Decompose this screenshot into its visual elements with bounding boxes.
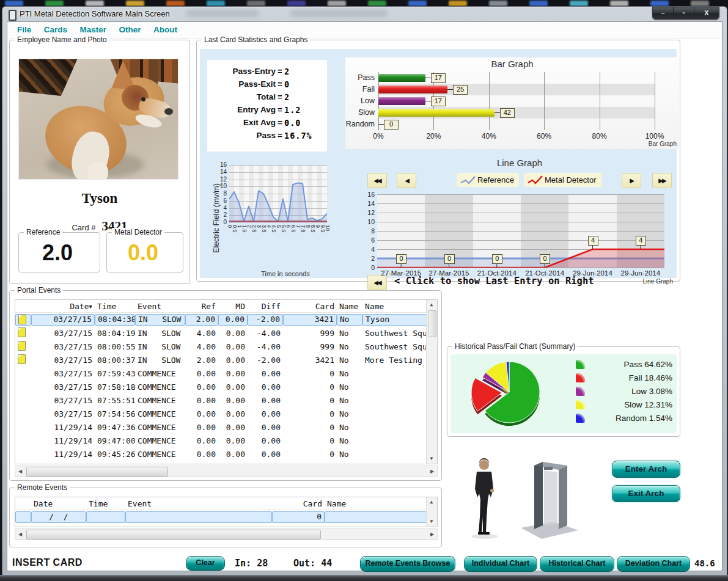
portal-vertical-scrollbar[interactable]: ▲ ▼ bbox=[426, 300, 437, 464]
remote-vertical-scrollbar[interactable]: ▲ ▼ bbox=[426, 497, 437, 527]
line-graph: Line Graph ◀◀ ◀ Reference Metal Detector… bbox=[360, 158, 679, 288]
electric-field-xtick: 10 bbox=[325, 225, 331, 231]
bar-xtick-label: 40% bbox=[474, 132, 504, 141]
column-header[interactable]: Ref bbox=[185, 302, 218, 311]
menu-other[interactable]: Other bbox=[119, 25, 141, 34]
pie-legend-item: Random 1.54% bbox=[576, 412, 672, 425]
bar-xtick-label: 100% bbox=[639, 132, 670, 141]
reference-box: Reference 2.0 bbox=[18, 232, 100, 272]
portal-event-row[interactable]: 11/29/1409:47:00COMMENCE0.000.000.000No bbox=[15, 434, 437, 447]
menu-cards[interactable]: Cards bbox=[44, 25, 67, 34]
stats-panel-inner: Pass-Entry=2Pass-Exit=0Total=2Entry Avg=… bbox=[200, 49, 677, 278]
remote-events-browse-button[interactable]: Remote Events Browse bbox=[360, 556, 455, 572]
bar-category-label: Random bbox=[338, 119, 375, 130]
exit-arch-button[interactable]: Exit Arch bbox=[612, 485, 680, 502]
taskbar-icon bbox=[529, 1, 548, 6]
menu-bar: File Cards Master Other About bbox=[7, 22, 722, 38]
metal-detector-value: 0.0 bbox=[107, 240, 179, 266]
metal-detector-box: Metal Detector 0.0 bbox=[106, 232, 183, 272]
line-graph-hint-text: < Click to show Last Entry on Right bbox=[394, 276, 594, 287]
pie-legend-item: Slow 12.31% bbox=[576, 398, 672, 411]
menu-file[interactable]: File bbox=[17, 25, 31, 34]
line-graph-ytick: 4 bbox=[362, 246, 375, 253]
column-header[interactable]: MD bbox=[218, 302, 248, 311]
column-header[interactable]: Name bbox=[362, 302, 427, 311]
line-graph-ytick: 10 bbox=[362, 218, 375, 225]
man-figure bbox=[465, 457, 507, 540]
legend-metal-detector-label: Metal Detector bbox=[545, 175, 597, 185]
bar-category-label: Slow bbox=[338, 107, 375, 119]
column-header[interactable]: Event bbox=[125, 499, 272, 508]
pie-wedge-icon bbox=[576, 400, 585, 409]
individual-chart-button[interactable]: Individual Chart bbox=[464, 556, 537, 572]
pie-legend-item: Pass 64.62% bbox=[576, 358, 672, 371]
historical-panel-title: Historical Pass/Fail Chart (Summary) bbox=[452, 342, 578, 351]
stat-line: Pass=16.7% bbox=[207, 129, 323, 142]
window-bottom-edge bbox=[0, 575, 728, 581]
portal-event-row[interactable]: 03/27/1508:00:37IN SLOW2.000.00-2.003421… bbox=[15, 353, 437, 367]
title-bar[interactable]: PTI Metal Detection Software Main Screen… bbox=[2, 7, 727, 21]
employee-panel: Employee Name and Photo bbox=[9, 40, 190, 284]
enter-arch-button[interactable]: Enter Arch bbox=[612, 461, 680, 478]
column-header[interactable]: Event bbox=[135, 302, 185, 311]
column-header[interactable]: Diff bbox=[248, 302, 283, 311]
pie-legend-item: Fail 18.46% bbox=[576, 371, 672, 384]
column-header[interactable]: Date▼ bbox=[31, 302, 95, 311]
menu-master[interactable]: Master bbox=[79, 25, 106, 34]
in-count: In: 28 bbox=[235, 558, 268, 569]
line-graph-first-button[interactable]: ◀◀ bbox=[367, 173, 387, 188]
portal-event-row[interactable]: 03/27/1507:55:51COMMENCE0.000.000.000No bbox=[15, 393, 437, 407]
close-button[interactable]: X bbox=[694, 7, 719, 19]
pass-fail-pie-chart bbox=[455, 356, 565, 433]
bar-xtick-label: 0% bbox=[363, 132, 394, 141]
bar-graph-caption: Bar Graph bbox=[649, 141, 677, 147]
line-graph-ytick: 2 bbox=[362, 255, 375, 262]
remote-horizontal-scrollbar[interactable]: ◀ ▶ bbox=[15, 528, 438, 540]
portal-event-row-header: Date▼TimeEventRefMDDiffCardNameName bbox=[15, 300, 437, 313]
column-header[interactable]: Card bbox=[272, 499, 325, 508]
line-graph-prev-button[interactable]: ◀ bbox=[397, 173, 416, 188]
line-graph-last-button[interactable]: ▶▶ bbox=[652, 173, 672, 188]
column-header[interactable]: Time bbox=[86, 499, 125, 508]
column-header[interactable]: Date bbox=[31, 499, 86, 508]
column-header[interactable]: Name bbox=[337, 302, 362, 311]
column-header[interactable]: Name bbox=[325, 499, 427, 508]
portal-event-row[interactable]: 11/29/1409:47:36COMMENCE0.000.000.000No bbox=[15, 420, 437, 434]
deviation-chart-button[interactable]: Deviation Chart bbox=[617, 556, 690, 572]
line-graph-next-button[interactable]: ▶ bbox=[622, 173, 641, 188]
portal-event-row[interactable]: 03/27/1508:00:55IN SLOW4.000.00-4.00999N… bbox=[15, 340, 437, 353]
portal-horizontal-scrollbar[interactable]: ◀ ▶ bbox=[15, 466, 438, 477]
bar-graph-title: Bar Graph bbox=[345, 59, 679, 69]
minimize-button[interactable]: – bbox=[653, 7, 674, 19]
employee-name: Tyson bbox=[10, 191, 189, 206]
pie-wedge-icon bbox=[576, 414, 585, 423]
line-point-label: 0 bbox=[396, 254, 406, 264]
portal-event-row[interactable]: 03/27/1507:58:18COMMENCE0.000.000.000No bbox=[15, 380, 437, 393]
historical-pass-fail-panel: Historical Pass/Fail Chart (Summary) Pas… bbox=[447, 346, 680, 437]
column-header[interactable]: Time bbox=[95, 302, 135, 311]
maximize-button[interactable]: ▫ bbox=[674, 7, 694, 19]
stat-line: Entry Avg=1.2 bbox=[207, 103, 323, 116]
portal-event-row[interactable]: 03/27/1508:04:38IN SLOW2.000.00-2.003421… bbox=[15, 313, 437, 326]
menu-about[interactable]: About bbox=[153, 25, 177, 34]
remote-events-title: Remote Events bbox=[15, 483, 70, 492]
pie-wedge-icon bbox=[576, 360, 585, 369]
line-graph-show-last-button[interactable]: ◀◀ bbox=[367, 275, 387, 290]
bar-value-label: 17 bbox=[431, 97, 446, 106]
portal-event-row[interactable]: 11/29/1409:45:26COMMENCE0.000.000.000No bbox=[15, 447, 437, 461]
column-header[interactable]: Card bbox=[283, 302, 337, 311]
metal-detector-label: Metal Detector bbox=[112, 228, 164, 236]
remote-event-row[interactable]: / /0 bbox=[15, 510, 437, 524]
historical-panel-inner: Pass 64.62%Fail 18.46%Low 3.08%Slow 12.3… bbox=[450, 354, 677, 433]
bar-category-label: Low bbox=[338, 95, 375, 107]
background-window-blur bbox=[290, 10, 388, 17]
portal-event-row[interactable]: 03/27/1507:59:43COMMENCE0.000.000.000No bbox=[15, 367, 437, 380]
portal-event-row[interactable]: 03/27/1508:04:19IN SLOW4.000.00-4.00999N… bbox=[15, 326, 437, 340]
portal-event-row[interactable]: 03/27/1507:54:56COMMENCE0.000.000.000No bbox=[15, 407, 437, 420]
legend-reference: Reference bbox=[457, 173, 519, 187]
employee-photo bbox=[18, 59, 178, 180]
taskbar-icon bbox=[691, 1, 709, 6]
clear-button[interactable]: Clear bbox=[186, 556, 225, 571]
dog-nose bbox=[164, 108, 173, 115]
historical-chart-button[interactable]: Historical Chart bbox=[540, 556, 614, 572]
